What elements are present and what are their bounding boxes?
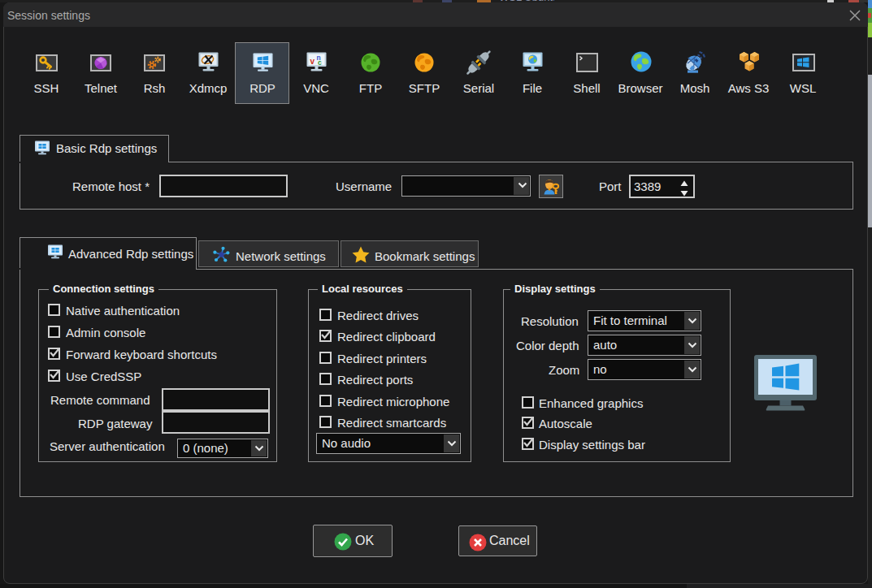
svg-text:c: c: [318, 58, 322, 67]
svg-text:v: v: [310, 57, 315, 66]
